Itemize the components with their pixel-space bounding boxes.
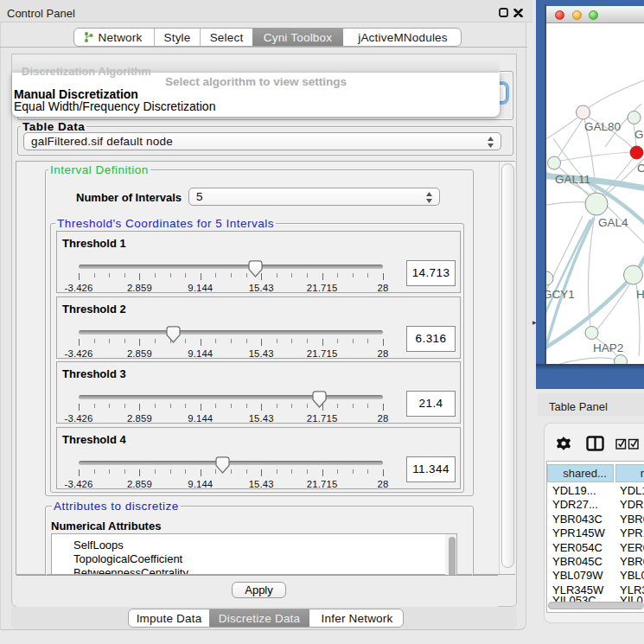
svg-text:GAL11: GAL11 (555, 173, 590, 186)
svg-text:G.: G. (634, 128, 644, 141)
svg-text:GCY1: GCY1 (546, 288, 575, 301)
svg-text:GAL4: GAL4 (598, 216, 628, 229)
svg-text:HAP2: HAP2 (593, 341, 623, 354)
svg-text:C: C (637, 162, 644, 175)
svg-text:GAL80: GAL80 (584, 120, 621, 133)
svg-text:H: H (636, 288, 644, 301)
